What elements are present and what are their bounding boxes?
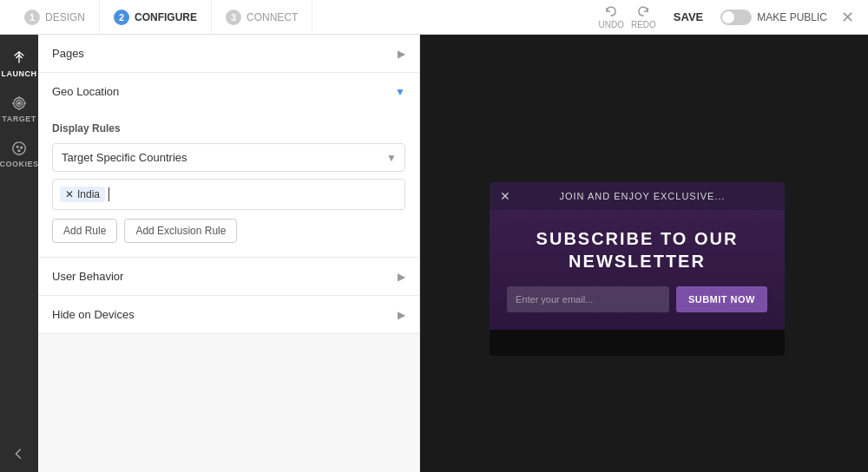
geo-location-section: Geo Location ▼ Display Rules Target Spec…: [38, 73, 419, 258]
top-bar-actions: UNDO REDO SAVE MAKE PUBLIC ✕: [599, 4, 858, 30]
sidebar-label-launch: LAUNCH: [2, 69, 37, 78]
step-label-design: DESIGN: [45, 11, 85, 23]
undo-redo-group: UNDO REDO: [599, 4, 656, 30]
popup-email-input[interactable]: [507, 286, 669, 312]
add-rule-button[interactable]: Add Rule: [52, 219, 117, 243]
svg-point-11: [18, 150, 20, 152]
top-bar: 1 DESIGN 2 CONFIGURE 3 CONNECT UNDO: [0, 0, 868, 35]
step-num-configure: 2: [114, 10, 129, 25]
undo-button[interactable]: UNDO: [599, 4, 624, 30]
step-configure[interactable]: 2 CONFIGURE: [100, 0, 212, 35]
popup-overlay: ✕ JOIN AND ENJOY EXCLUSIVE... SUBSCRIBE …: [490, 182, 785, 356]
popup-title-line1: SUBSCRIBE TO OUR: [536, 229, 739, 248]
configure-panel: Pages ▶ Geo Location ▼ Display Rules Tar…: [38, 35, 420, 472]
pages-section-header[interactable]: Pages ▶: [38, 35, 419, 72]
hide-on-devices-section: Hide on Devices ▶: [38, 296, 419, 334]
make-public-toggle-wrap: MAKE PUBLIC: [720, 10, 827, 25]
step-design[interactable]: 1 DESIGN: [10, 0, 100, 35]
redo-button[interactable]: REDO: [631, 4, 656, 30]
popup-form: SUBMIT NOW: [507, 286, 767, 312]
preview-area: ✕ JOIN AND ENJOY EXCLUSIVE... SUBSCRIBE …: [420, 35, 868, 472]
step-num-connect: 3: [226, 10, 241, 25]
hide-on-devices-section-header[interactable]: Hide on Devices ▶: [38, 296, 419, 333]
toggle-knob: [722, 11, 734, 23]
svg-point-9: [16, 146, 18, 148]
tags-input[interactable]: ✕ India: [52, 179, 405, 210]
tag-x-icon: ✕: [65, 188, 74, 200]
sidebar-label-target: TARGET: [2, 115, 36, 123]
icon-sidebar: LAUNCH TARGET COOKIES: [0, 35, 38, 472]
sidebar-item-cookies[interactable]: COOKIES: [0, 132, 38, 177]
user-behavior-section-header[interactable]: User Behavior ▶: [38, 258, 419, 295]
popup-submit-button[interactable]: SUBMIT NOW: [676, 286, 767, 312]
hide-on-devices-chevron-icon: ▶: [398, 309, 405, 321]
sidebar-back-button[interactable]: [0, 437, 38, 472]
step-num-design: 1: [24, 10, 40, 25]
sidebar-label-cookies: COOKIES: [0, 160, 39, 168]
user-behavior-section: User Behavior ▶: [38, 258, 419, 296]
user-behavior-section-title: User Behavior: [52, 270, 123, 283]
redo-label: REDO: [631, 20, 656, 30]
step-label-configure: CONFIGURE: [135, 11, 197, 23]
sidebar-item-launch[interactable]: LAUNCH: [0, 42, 38, 87]
main-area: LAUNCH TARGET COOKIES: [0, 35, 868, 472]
svg-point-10: [21, 147, 23, 148]
popup-header: ✕ JOIN AND ENJOY EXCLUSIVE...: [490, 182, 785, 210]
popup-title: SUBSCRIBE TO OUR NEWSLETTER: [507, 227, 767, 272]
text-cursor: [108, 187, 109, 201]
geo-content: Target Specific Countries Exclude Specif…: [38, 143, 419, 257]
popup-title-line2: NEWSLETTER: [569, 252, 706, 271]
close-button[interactable]: ✕: [838, 8, 858, 27]
hide-on-devices-section-title: Hide on Devices: [52, 308, 135, 321]
geo-location-chevron-icon: ▼: [395, 86, 405, 98]
sidebar-item-target[interactable]: TARGET: [0, 87, 38, 132]
popup-close-icon[interactable]: ✕: [500, 189, 510, 203]
user-behavior-chevron-icon: ▶: [398, 271, 405, 283]
undo-label: UNDO: [599, 20, 624, 30]
country-select-wrap: Target Specific Countries Exclude Specif…: [52, 143, 405, 172]
geo-location-section-header[interactable]: Geo Location ▼: [38, 73, 419, 110]
india-tag: ✕ India: [60, 187, 105, 202]
pages-section: Pages ▶: [38, 35, 419, 73]
popup-header-title: JOIN AND ENJOY EXCLUSIVE...: [559, 191, 725, 201]
svg-point-3: [18, 102, 21, 105]
popup-body: SUBSCRIBE TO OUR NEWSLETTER SUBMIT NOW: [490, 210, 785, 330]
add-exclusion-rule-button[interactable]: Add Exclusion Rule: [124, 219, 237, 243]
country-select[interactable]: Target Specific Countries Exclude Specif…: [52, 143, 405, 172]
pages-section-title: Pages: [52, 47, 84, 60]
make-public-label: MAKE PUBLIC: [757, 11, 827, 23]
tag-label-india: India: [77, 188, 100, 200]
geo-location-section-title: Geo Location: [52, 85, 119, 98]
make-public-toggle[interactable]: [720, 10, 752, 25]
svg-point-8: [13, 142, 25, 154]
pages-chevron-icon: ▶: [398, 48, 405, 60]
step-list: 1 DESIGN 2 CONFIGURE 3 CONNECT: [10, 0, 599, 35]
step-connect[interactable]: 3 CONNECT: [212, 0, 312, 35]
rule-buttons: Add Rule Add Exclusion Rule: [52, 219, 405, 243]
display-rules-label: Display Rules: [38, 122, 419, 134]
save-button[interactable]: SAVE: [667, 7, 710, 27]
step-label-connect: CONNECT: [247, 11, 298, 23]
